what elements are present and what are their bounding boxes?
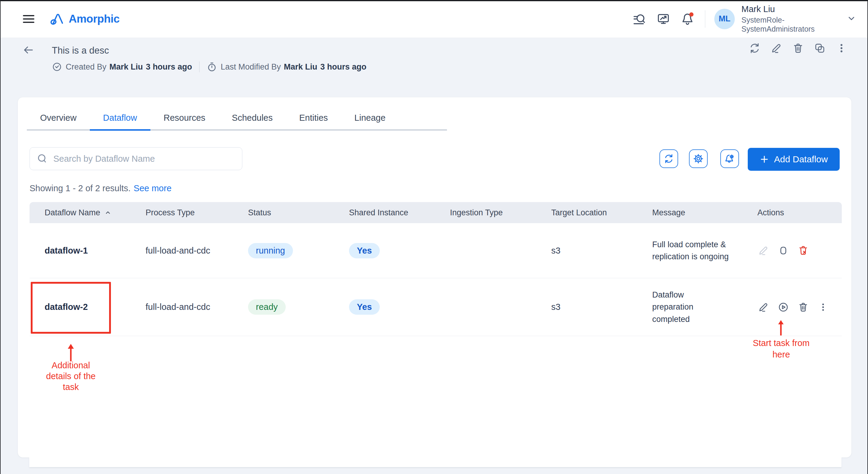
col-status: Status bbox=[233, 208, 334, 217]
delete-task-icon[interactable] bbox=[797, 244, 809, 257]
cell-process-type: full-load-and-cdc bbox=[130, 302, 233, 312]
settings-button[interactable] bbox=[689, 149, 708, 168]
edit-pencil-icon[interactable] bbox=[770, 42, 782, 54]
dataflow-search bbox=[30, 147, 242, 170]
results-count: Showing 1 - 2 of 2 results. bbox=[30, 183, 130, 193]
copy-icon[interactable] bbox=[814, 42, 826, 54]
stopwatch-icon bbox=[207, 62, 217, 72]
table-row[interactable]: dataflow-2 full-load-and-cdc ready Yes s… bbox=[30, 278, 842, 336]
avatar[interactable]: ML bbox=[714, 9, 735, 29]
created-by-name: Mark Liu bbox=[110, 62, 143, 72]
shared-badge: Yes bbox=[349, 243, 380, 259]
stop-task-icon[interactable] bbox=[777, 244, 789, 257]
notification-dot bbox=[689, 12, 693, 16]
cell-status: ready bbox=[233, 299, 334, 315]
annotation-highlight-box bbox=[31, 282, 111, 334]
user-name: Mark Liu bbox=[741, 4, 817, 14]
amorphic-logo-icon bbox=[50, 12, 66, 26]
modified-by-name: Mark Liu bbox=[284, 62, 317, 72]
shared-badge: Yes bbox=[349, 299, 380, 315]
created-by-time: 3 hours ago bbox=[146, 62, 192, 72]
user-block[interactable]: Mark Liu SystemRole-SystemAdministrators bbox=[741, 4, 817, 34]
edit-pencil-icon-disabled bbox=[757, 244, 770, 257]
app-root: Amorphic ML bbox=[0, 0, 868, 474]
back-arrow-icon[interactable] bbox=[22, 44, 34, 57]
sort-caret-up-icon bbox=[104, 209, 112, 216]
refresh-icon[interactable] bbox=[749, 42, 761, 54]
navbar-divider bbox=[705, 10, 705, 28]
cell-actions bbox=[742, 301, 842, 313]
cell-name: dataflow-1 bbox=[30, 246, 130, 256]
meta-row: Created By Mark Liu 3 hours ago Last Mod… bbox=[52, 61, 367, 72]
col-actions: Actions bbox=[742, 208, 842, 217]
navbar-right: ML Mark Liu SystemRole-SystemAdministrat… bbox=[622, 4, 857, 34]
tab-lineage[interactable]: Lineage bbox=[341, 112, 399, 131]
table-bottom-strip bbox=[29, 457, 841, 467]
col-process-type: Process Type bbox=[130, 208, 233, 217]
cell-status: running bbox=[233, 243, 334, 259]
bell-gear-icon bbox=[724, 153, 735, 164]
trash-icon[interactable] bbox=[797, 301, 809, 313]
user-role: SystemRole-SystemAdministrators bbox=[741, 15, 817, 34]
metrics-monitor-icon[interactable] bbox=[656, 12, 671, 26]
table-row[interactable]: dataflow-1 full-load-and-cdc running Yes… bbox=[30, 223, 842, 278]
tab-entities[interactable]: Entities bbox=[286, 112, 341, 131]
kebab-menu-icon[interactable] bbox=[835, 42, 847, 54]
header-actions bbox=[749, 42, 847, 54]
chevron-down-icon[interactable] bbox=[846, 13, 857, 25]
col-shared-instance: Shared Instance bbox=[334, 208, 435, 217]
cell-actions bbox=[742, 244, 842, 257]
cell-process-type: full-load-and-cdc bbox=[130, 246, 233, 256]
created-by-label: Created By bbox=[66, 62, 106, 72]
col-dataflow-name[interactable]: Dataflow Name bbox=[30, 208, 130, 217]
cell-target-location: s3 bbox=[536, 302, 637, 312]
cell-message: Dataflow preparation completed bbox=[637, 289, 708, 326]
col-target-location: Target Location bbox=[536, 208, 637, 217]
col-message: Message bbox=[637, 208, 742, 217]
cell-shared-instance: Yes bbox=[334, 243, 435, 259]
hamburger-menu-icon[interactable] bbox=[23, 15, 34, 23]
kebab-menu-icon[interactable] bbox=[817, 301, 829, 313]
gear-icon bbox=[693, 153, 704, 164]
tab-resources[interactable]: Resources bbox=[150, 112, 219, 131]
tab-schedules[interactable]: Schedules bbox=[218, 112, 286, 131]
brand-name: Amorphic bbox=[69, 13, 120, 25]
tab-overview[interactable]: Overview bbox=[27, 112, 90, 131]
modified-by-label: Last Modified By bbox=[221, 62, 281, 72]
notification-settings-button[interactable] bbox=[720, 149, 739, 168]
modified-by-time: 3 hours ago bbox=[320, 62, 367, 72]
start-task-play-icon[interactable] bbox=[777, 301, 789, 313]
see-more-link[interactable]: See more bbox=[133, 183, 172, 193]
top-navbar: Amorphic ML bbox=[1, 0, 867, 38]
table-header: Dataflow Name Process Type Status Shared… bbox=[30, 202, 842, 223]
annotation-right-note: Start task from here bbox=[747, 337, 815, 361]
search-input[interactable] bbox=[53, 154, 236, 164]
status-badge: running bbox=[248, 243, 293, 259]
cell-message: Full load complete & replication is ongo… bbox=[637, 238, 737, 263]
dataflow-table: Dataflow Name Process Type Status Shared… bbox=[30, 202, 842, 336]
results-summary: Showing 1 - 2 of 2 results.See more bbox=[30, 183, 172, 193]
add-dataflow-label: Add Dataflow bbox=[774, 154, 828, 164]
col-ingestion-type: Ingestion Type bbox=[435, 208, 536, 217]
trash-icon[interactable] bbox=[792, 42, 804, 54]
page-title: This is a desc bbox=[52, 45, 109, 56]
meta-divider bbox=[199, 61, 199, 72]
main-card: Overview Dataflow Resources Schedules En… bbox=[18, 97, 852, 458]
tab-bar: Overview Dataflow Resources Schedules En… bbox=[27, 112, 447, 131]
notifications-bell-icon[interactable] bbox=[680, 12, 695, 26]
annotation-arrow-up-left bbox=[65, 343, 76, 362]
cell-shared-instance: Yes bbox=[334, 299, 435, 315]
brand-logo[interactable]: Amorphic bbox=[50, 12, 120, 26]
refresh-button[interactable] bbox=[659, 149, 678, 168]
plus-icon bbox=[760, 155, 769, 164]
status-badge: ready bbox=[248, 299, 286, 315]
cell-target-location: s3 bbox=[536, 246, 637, 256]
global-search-icon[interactable] bbox=[632, 12, 647, 26]
tab-dataflow[interactable]: Dataflow bbox=[90, 112, 150, 131]
annotation-left-note: Additional details of the task bbox=[39, 360, 102, 393]
edit-pencil-icon[interactable] bbox=[757, 301, 770, 313]
window-top-edge bbox=[1, 0, 867, 1]
add-dataflow-button[interactable]: Add Dataflow bbox=[748, 148, 840, 171]
search-icon bbox=[36, 153, 48, 164]
clock-icon bbox=[52, 62, 62, 72]
